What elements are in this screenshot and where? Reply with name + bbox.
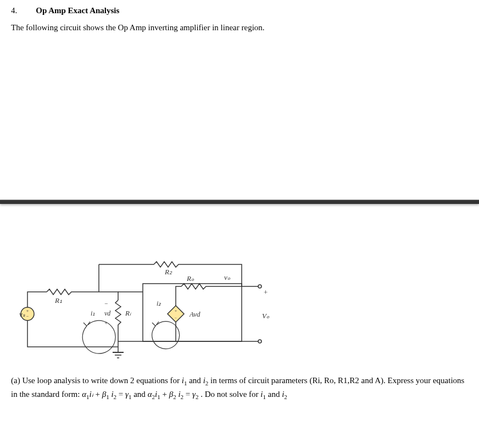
label-ri: Rᵢ bbox=[125, 309, 131, 317]
svg-text:−: − bbox=[175, 316, 177, 320]
label-i1: i₁ bbox=[91, 309, 95, 317]
problem-header: 4. Op Amp Exact Analysis bbox=[0, 0, 479, 21]
svg-point-6 bbox=[258, 285, 261, 288]
label-r2: R₂ bbox=[164, 268, 172, 276]
circuit-svg: + − + − bbox=[16, 253, 280, 363]
svg-text:+: + bbox=[26, 308, 29, 313]
label-i2: i₂ bbox=[157, 300, 161, 307]
question-part-a: (a) Use loop analysis to write down 2 eq… bbox=[0, 363, 479, 412]
label-vo-cap: Vₒ bbox=[262, 312, 270, 320]
label-plus: + bbox=[264, 288, 268, 296]
problem-description: The following circuit shows the Op Amp i… bbox=[0, 21, 479, 35]
svg-point-7 bbox=[258, 340, 261, 343]
separator-bar bbox=[0, 200, 479, 204]
label-r1: R₁ bbox=[54, 296, 62, 305]
svg-text:−: − bbox=[26, 314, 29, 319]
problem-title: Op Amp Exact Analysis bbox=[36, 6, 119, 15]
label-ro: Rₒ bbox=[186, 274, 194, 283]
svg-text:−: − bbox=[104, 300, 108, 307]
svg-text:+: + bbox=[104, 319, 108, 326]
label-vs: vₛ bbox=[19, 310, 25, 318]
svg-text:+: + bbox=[175, 309, 177, 313]
circuit-diagram: + − + − bbox=[16, 253, 280, 363]
label-vd: vd bbox=[104, 309, 111, 317]
label-avd: Avd bbox=[189, 310, 200, 318]
label-vo-top: vₒ bbox=[224, 273, 231, 281]
problem-number: 4. bbox=[11, 6, 17, 15]
